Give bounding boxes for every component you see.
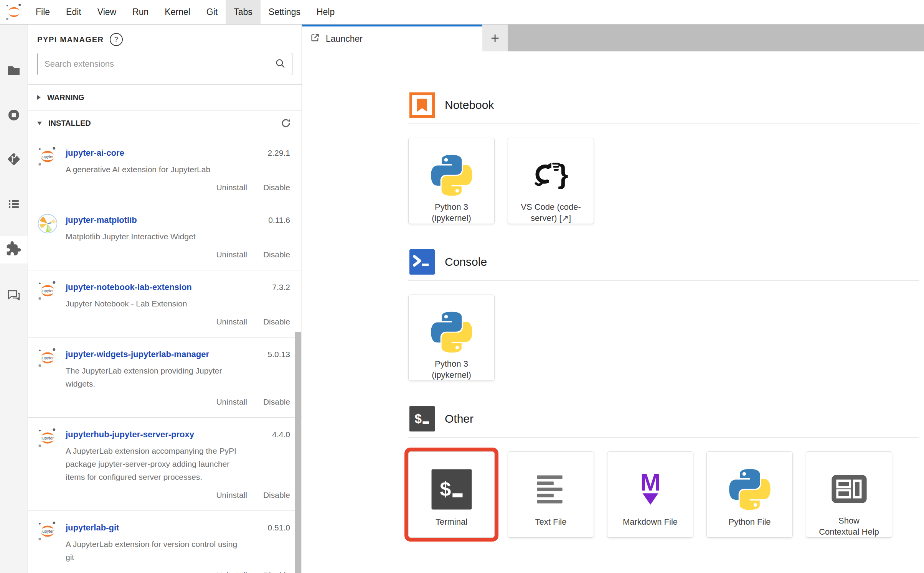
tab-bar: Launcher + [302, 25, 924, 51]
extension-version: 2.29.1 [264, 148, 290, 158]
panel-scrollbar[interactable] [295, 332, 301, 573]
help-icon[interactable]: ? [110, 33, 123, 46]
card-label: Show Contextual Help [819, 515, 879, 537]
extension-row: jupyter jupyter-widgets-jupyterlab-manag… [28, 337, 302, 417]
table-of-contents-icon [6, 196, 21, 213]
launcher-card-markdown-file[interactable]: M Markdown File [607, 451, 693, 538]
tab-launcher[interactable]: Launcher [302, 25, 482, 51]
expanded-caret-icon [37, 122, 42, 125]
section-title: Console [445, 255, 487, 268]
menu-item-view[interactable]: View [89, 0, 124, 24]
menu-item-file[interactable]: File [28, 0, 58, 24]
extension-name-link[interactable]: jupyterlab-git [66, 521, 119, 535]
extension-version: 0.11.6 [264, 216, 290, 225]
extension-manager-icon [6, 241, 21, 258]
search-icon [275, 58, 292, 71]
dock-extension-manager[interactable] [0, 236, 28, 263]
launcher-card-python-3[interactable]: Python 3 (ipykernel) [408, 295, 495, 381]
extension-main: jupyter-matplotlib 0.11.6 Matplotlib Jup… [66, 213, 290, 262]
search-row [28, 51, 302, 84]
menu-item-edit[interactable]: Edit [58, 0, 89, 24]
dock-table-of-contents[interactable] [0, 191, 28, 219]
disable-button[interactable]: Disable [263, 491, 290, 502]
git-icon [6, 151, 21, 168]
extension-version: 4.4.0 [268, 430, 290, 439]
svg-text:}: } [558, 159, 568, 189]
launcher-card-text-file[interactable]: Text File [508, 451, 594, 538]
search-extensions-box [37, 53, 292, 75]
launcher-card-show[interactable]: Show Contextual Help [806, 451, 892, 538]
section-divider [408, 123, 919, 124]
dock-chat[interactable] [0, 282, 28, 310]
launcher-card-python-3[interactable]: Python 3 (ipykernel) [408, 138, 495, 224]
dock-file-browser[interactable] [0, 58, 28, 85]
disable-button[interactable]: Disable [263, 317, 290, 329]
file-browser-icon [6, 63, 21, 80]
uninstall-button[interactable]: Uninstall [216, 491, 247, 502]
left-activity-bar [0, 25, 28, 573]
python-icon [430, 152, 474, 198]
section-warning[interactable]: WARNING [28, 84, 302, 110]
svg-text:jupyter: jupyter [41, 154, 54, 159]
section-header: Console [408, 248, 919, 276]
uninstall-button[interactable]: Uninstall [216, 571, 247, 573]
section-title: Notebook [445, 99, 494, 112]
svg-text:jupyter: jupyter [41, 288, 54, 293]
svg-text:M: M [640, 468, 660, 496]
search-input[interactable] [38, 59, 275, 69]
menu-item-settings[interactable]: Settings [261, 0, 309, 24]
refresh-icon[interactable] [280, 117, 292, 129]
extension-main: jupyter-ai-core 2.29.1 A generative AI e… [66, 146, 290, 194]
dock-divider [0, 272, 28, 272]
pypi-manager-panel: PYPI MANAGER ? WARNING INSTALLED jupyter… [28, 25, 302, 573]
python-icon [728, 466, 772, 513]
extension-name-link[interactable]: jupyter-widgets-jupyterlab-manager [66, 347, 209, 361]
card-label: Markdown File [623, 516, 678, 527]
uninstall-button[interactable]: Uninstall [216, 183, 247, 194]
extension-description: Matplotlib Jupyter Interactive Widget [66, 230, 240, 243]
uninstall-button[interactable]: Uninstall [216, 250, 247, 262]
card-row: $ Terminal Text File M Markdown File Pyt… [408, 451, 919, 538]
disable-button[interactable]: Disable [263, 183, 290, 194]
launcher-section-other: $ Other $ Terminal Text File M Markdown … [408, 405, 919, 538]
menu-item-help[interactable]: Help [309, 0, 343, 24]
chat-icon [6, 288, 21, 305]
menu-item-kernel[interactable]: Kernel [157, 0, 198, 24]
markdown-icon: M [629, 466, 672, 513]
extension-row: jupyter jupyterlab-git 0.51.0 A JupyterL… [28, 510, 302, 573]
section-header: Notebook [408, 91, 919, 119]
section-divider [408, 437, 919, 438]
launcher-card-terminal[interactable]: $ Terminal [408, 451, 495, 538]
new-tab-button[interactable]: + [482, 25, 508, 51]
jupyter-logo-icon [0, 3, 28, 21]
extension-name-link[interactable]: jupyter-matplotlib [66, 213, 137, 227]
launcher-card-python-file[interactable]: Python File [706, 451, 793, 538]
dock-git[interactable] [0, 146, 28, 174]
dock-running-kernels[interactable] [0, 102, 28, 130]
disable-button[interactable]: Disable [263, 397, 290, 409]
extension-main: jupyterhub-jupyter-server-proxy 4.4.0 A … [66, 428, 290, 502]
extension-main: jupyter-widgets-jupyterlab-manager 5.0.1… [66, 347, 290, 409]
extension-row: jupyter jupyter-ai-core 2.29.1 A generat… [28, 136, 302, 203]
launcher-card-vs-code-code-[interactable]: } VS Code (code- server) [↗] [508, 138, 594, 224]
extension-version: 5.0.13 [264, 350, 290, 359]
menu-items: FileEditViewRunKernelGitTabsSettingsHelp [28, 0, 343, 24]
disable-button[interactable]: Disable [263, 571, 290, 573]
section-installed[interactable]: INSTALLED [28, 110, 302, 136]
tab-launcher-label: Launcher [326, 34, 363, 44]
uninstall-button[interactable]: Uninstall [216, 317, 247, 329]
uninstall-button[interactable]: Uninstall [216, 397, 247, 409]
vscode-icon: } [529, 152, 573, 198]
launcher-section-notebook: Notebook Python 3 (ipykernel) } VS Code … [408, 91, 919, 224]
menu-item-git[interactable]: Git [198, 0, 226, 24]
disable-button[interactable]: Disable [263, 250, 290, 262]
extension-name-link[interactable]: jupyter-ai-core [66, 146, 124, 160]
svg-text:jupyter: jupyter [41, 529, 54, 533]
contextualhelp-icon [827, 466, 871, 512]
extension-name-link[interactable]: jupyterhub-jupyter-server-proxy [66, 428, 194, 441]
menu-item-run[interactable]: Run [124, 0, 157, 24]
terminal-icon: $ [408, 405, 436, 433]
extension-name-link[interactable]: jupyter-notebook-lab-extension [66, 280, 192, 294]
menu-item-tabs[interactable]: Tabs [226, 0, 261, 24]
python-icon [430, 309, 474, 355]
